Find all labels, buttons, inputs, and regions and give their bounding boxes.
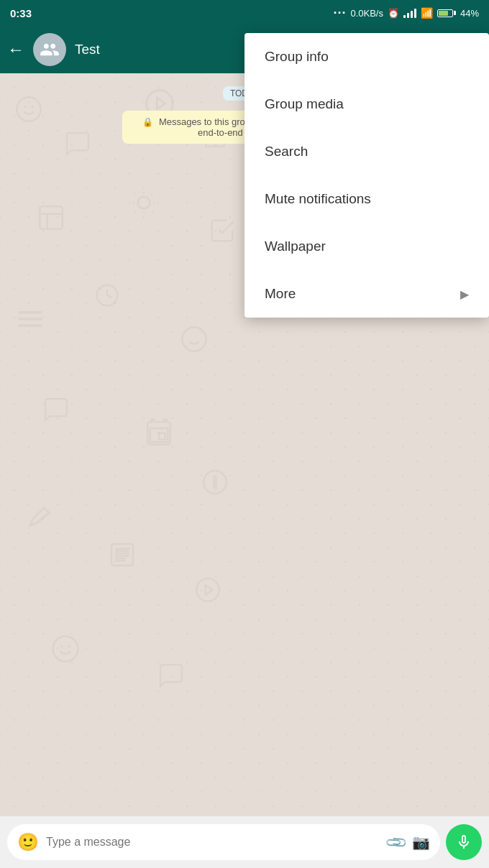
chevron-right-icon: ▶	[460, 287, 469, 301]
menu-item-search[interactable]: Search	[244, 128, 489, 175]
menu-item-mute-notifications[interactable]: Mute notifications	[244, 175, 489, 223]
menu-item-group-info[interactable]: Group info	[244, 33, 489, 80]
menu-item-more[interactable]: More ▶	[244, 270, 489, 318]
menu-item-group-media[interactable]: Group media	[244, 80, 489, 128]
dropdown-menu: Group info Group media Search Mute notif…	[244, 33, 489, 318]
dropdown-overlay[interactable]: Group info Group media Search Mute notif…	[0, 0, 489, 868]
menu-item-wallpaper[interactable]: Wallpaper	[244, 223, 489, 270]
